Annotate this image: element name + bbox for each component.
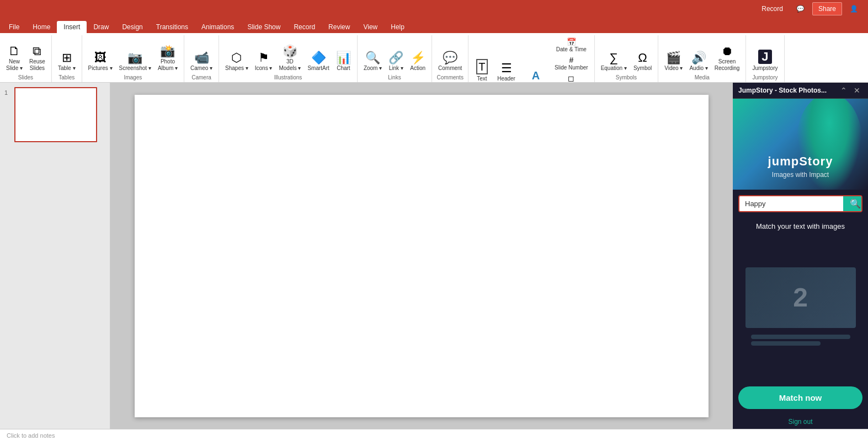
pictures-button[interactable]: 🖼 Pictures ▾ <box>86 37 115 73</box>
screen-recording-icon: ⏺ <box>721 45 733 57</box>
panel-title: JumpStory - Stock Photos... <box>738 87 827 94</box>
zoom-button[interactable]: 🔍 Zoom ▾ <box>361 37 385 73</box>
tables-group-label: Tables <box>58 73 74 82</box>
jumpstory-ribbon-button[interactable]: J Jumpstory <box>749 37 780 73</box>
shapes-button[interactable]: ⬡ Shapes ▾ <box>222 37 251 73</box>
chart-button[interactable]: 📊 Chart <box>333 37 354 73</box>
ribbon-group-tables: ⊞ Table ▾ Tables <box>52 35 82 82</box>
notes-text: Click to add notes <box>7 432 55 439</box>
ribbon-group-text: T TextBox ☰ Header& Footer A WordArt ▾ 📅… <box>468 35 594 82</box>
profile-button[interactable]: 👤 <box>844 3 864 15</box>
search-input[interactable] <box>739 196 843 211</box>
tab-slideshow[interactable]: Slide Show <box>241 21 287 33</box>
audio-button[interactable]: 🔊 Audio ▾ <box>686 37 710 73</box>
ribbon-group-symbols: ∑ Equation ▾ Ω Symbol Symbols <box>595 35 659 82</box>
tab-record[interactable]: Record <box>287 21 322 33</box>
zoom-icon: 🔍 <box>365 52 380 64</box>
chart-icon: 📊 <box>336 52 351 64</box>
screenshot-button[interactable]: 📷 Screenshot ▾ <box>116 37 154 73</box>
date-time-button[interactable]: 📅 Date & Time <box>552 36 591 54</box>
smartart-button[interactable]: 🔷 SmartArt <box>305 37 332 73</box>
cameo-icon: 📹 <box>194 52 209 64</box>
header-footer-icon: ☰ <box>501 62 512 74</box>
preview-image: 2 <box>745 267 856 328</box>
ribbon-tabs: File Home Insert Draw Design Transitions… <box>0 18 868 33</box>
hero-overlay: jumpStory Images with Impact <box>733 154 868 179</box>
links-group-label: Links <box>388 73 401 82</box>
camera-group-label: Camera <box>191 73 211 82</box>
panel-collapse-button[interactable]: ⌃ <box>838 86 849 95</box>
main-layout: 1 JumpStory - Stock Photos... ⌃ ✕ jumpSt… <box>0 83 868 429</box>
share-button[interactable]: Share <box>812 2 842 15</box>
wordart-icon: A <box>532 70 540 81</box>
notes-bar[interactable]: Click to add notes <box>0 429 868 441</box>
symbol-button[interactable]: Ω Symbol <box>631 37 654 73</box>
hero-title: jumpStory <box>733 154 868 169</box>
images-group-label: Images <box>124 73 142 82</box>
hero-subtitle: Images with Impact <box>733 171 868 179</box>
preview-line-1 <box>751 335 850 339</box>
preview-lines <box>751 332 850 348</box>
comment-button[interactable]: 💬 Comment <box>435 37 465 73</box>
ribbon-group-jumpstory: J Jumpstory Jumpstory <box>746 35 784 82</box>
tab-help[interactable]: Help <box>384 21 411 33</box>
equation-icon: ∑ <box>609 52 618 64</box>
cameo-button[interactable]: 📹 Cameo ▾ <box>188 37 215 73</box>
record-button[interactable]: Record <box>756 3 789 15</box>
screen-recording-button[interactable]: ⏺ ScreenRecording <box>712 37 743 73</box>
comment-icon-btn[interactable]: 💬 <box>791 3 810 15</box>
ribbon-group-media: 🎬 Video ▾ 🔊 Audio ▾ ⏺ ScreenRecording Me… <box>658 35 746 82</box>
media-group-label: Media <box>695 73 710 82</box>
comments-group-label: Comments <box>437 73 464 82</box>
sign-out-area: Sign out <box>733 415 868 429</box>
slide-number-label: 1 <box>4 87 11 96</box>
video-button[interactable]: 🎬 Video ▾ <box>662 37 685 73</box>
tab-transitions[interactable]: Transitions <box>150 21 195 33</box>
object-icon: ◻ <box>568 74 574 82</box>
search-area: 🔍 <box>733 190 868 218</box>
date-time-icon: 📅 <box>567 38 576 46</box>
slide-thumb-container: 1 <box>4 87 105 142</box>
canvas-area <box>110 83 733 429</box>
slide-number-icon: # <box>569 56 573 64</box>
search-box: 🔍 <box>738 195 862 212</box>
tab-file[interactable]: File <box>2 21 26 33</box>
slide-number-button[interactable]: # Slide Number <box>552 55 591 72</box>
search-button[interactable]: 🔍 <box>843 196 862 211</box>
slides-panel: 1 <box>0 83 110 429</box>
match-now-button[interactable]: Match now <box>738 386 862 409</box>
link-button[interactable]: 🔗 Link ▾ <box>386 37 406 73</box>
icons-button[interactable]: ⚑ Icons ▾ <box>252 37 275 73</box>
3d-models-button[interactable]: 🎲 3DModels ▾ <box>276 37 303 73</box>
preview-line-2 <box>751 341 821 346</box>
preview-area: 2 <box>733 234 868 381</box>
action-button[interactable]: ⚡ Action <box>407 37 428 73</box>
new-slide-button[interactable]: 🗋 NewSlide ▾ <box>3 37 25 73</box>
tab-design[interactable]: Design <box>115 21 149 33</box>
equation-button[interactable]: ∑ Equation ▾ <box>598 37 630 73</box>
3d-models-icon: 🎲 <box>283 45 297 57</box>
reuse-slides-button[interactable]: ⧉ ReuseSlides <box>26 37 48 73</box>
slides-group-label: Slides <box>18 73 33 82</box>
slide-canvas[interactable] <box>135 95 709 417</box>
reuse-slides-icon: ⧉ <box>33 45 41 57</box>
photo-album-button[interactable]: 📸 PhotoAlbum ▾ <box>155 37 180 73</box>
tab-draw[interactable]: Draw <box>87 21 115 33</box>
tab-view[interactable]: View <box>356 21 384 33</box>
tab-home[interactable]: Home <box>26 21 57 33</box>
ribbon: 🗋 NewSlide ▾ ⧉ ReuseSlides Slides ⊞ Tabl… <box>0 33 868 83</box>
tab-review[interactable]: Review <box>322 21 356 33</box>
tab-animations[interactable]: Animations <box>195 21 241 33</box>
link-icon: 🔗 <box>388 52 403 64</box>
ribbon-group-comments: 💬 Comment Comments <box>432 35 468 82</box>
slide-thumbnail[interactable] <box>14 87 97 142</box>
hero-area: jumpStory Images with Impact <box>733 99 868 190</box>
sign-out-link[interactable]: Sign out <box>788 418 812 426</box>
tab-insert[interactable]: Insert <box>57 21 87 33</box>
illustrations-group-label: Illustrations <box>274 73 302 82</box>
ribbon-group-slides: 🗋 NewSlide ▾ ⧉ ReuseSlides Slides <box>0 35 52 82</box>
table-button[interactable]: ⊞ Table ▾ <box>55 37 78 73</box>
panel-close-button[interactable]: ✕ <box>851 86 862 95</box>
title-bar: Record 💬 Share 👤 <box>0 0 868 18</box>
smartart-icon: 🔷 <box>311 52 326 64</box>
